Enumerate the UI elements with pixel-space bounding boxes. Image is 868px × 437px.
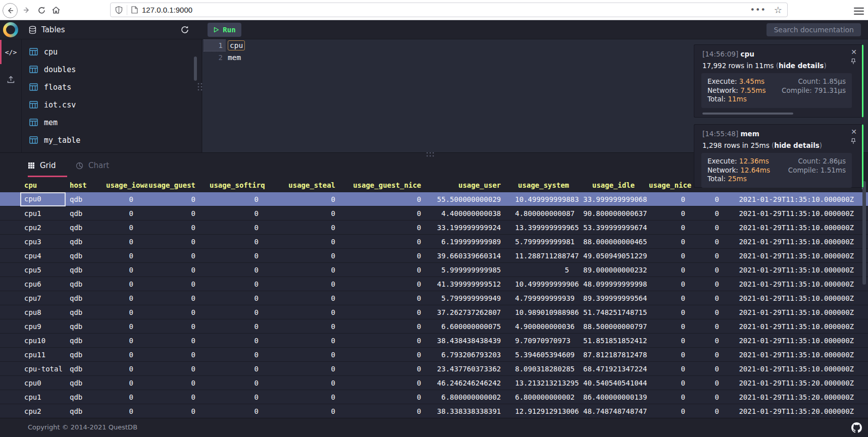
cell[interactable]: 13.213213213295: [515, 379, 583, 387]
cell[interactable]: 8.090318280285: [515, 365, 583, 373]
grid-scrollbar[interactable]: [862, 181, 866, 285]
cell[interactable]: 0: [106, 322, 147, 331]
cell[interactable]: 0: [210, 238, 273, 246]
cell[interactable]: qdb: [66, 365, 106, 373]
page-actions-icon[interactable]: •••: [750, 5, 766, 15]
cell[interactable]: 0: [147, 195, 210, 203]
cell[interactable]: 0: [649, 337, 699, 345]
table-row[interactable]: cpu1qdb000004.4000000000384.800000000087…: [0, 206, 868, 221]
cell[interactable]: 6.793206793203: [435, 351, 515, 359]
table-row[interactable]: cpu6qdb0000041.39999999951210.4999999999…: [0, 277, 868, 291]
table-row[interactable]: cpu0qdb0000055.50000000002910.4999999998…: [0, 192, 868, 206]
cell[interactable]: 0: [147, 209, 210, 217]
shield-icon[interactable]: [115, 6, 123, 14]
column-header-usage_system[interactable]: usage_system: [515, 181, 583, 189]
cell[interactable]: 0: [210, 266, 273, 274]
cell[interactable]: 0: [147, 407, 210, 415]
bookmark-star-icon[interactable]: ☆: [774, 5, 782, 15]
cell[interactable]: 6.199999999989: [435, 238, 515, 246]
cell[interactable]: 0: [349, 266, 435, 274]
cell[interactable]: 0: [699, 365, 733, 373]
cell[interactable]: 89.399999999564: [583, 294, 649, 302]
cell[interactable]: 0: [649, 407, 699, 415]
cell[interactable]: 0: [699, 280, 733, 288]
cell[interactable]: 5.394605394609: [515, 351, 583, 359]
cell[interactable]: cpu-total: [20, 365, 66, 373]
cell[interactable]: 2021-01-29T11:35:10.000000Z: [733, 337, 868, 345]
cell[interactable]: 0: [699, 266, 733, 274]
cell[interactable]: cpu3: [20, 238, 66, 246]
cell[interactable]: 68.471921347224: [583, 365, 649, 373]
column-header-usage_user[interactable]: usage_user: [435, 181, 515, 189]
table-row[interactable]: cpu5qdb000005.999999999985589.0000000002…: [0, 263, 868, 277]
cell[interactable]: 87.812187812478: [583, 351, 649, 359]
cell[interactable]: 0: [349, 280, 435, 288]
cell[interactable]: qdb: [66, 252, 106, 260]
cell[interactable]: 4.800000000087: [515, 209, 583, 217]
cell[interactable]: cpu2: [20, 407, 66, 415]
cell[interactable]: 0: [106, 393, 147, 401]
close-icon[interactable]: ✕: [851, 128, 857, 136]
cell[interactable]: 0: [273, 393, 349, 401]
cell[interactable]: 2021-01-29T11:35:10.000000Z: [733, 252, 868, 260]
cell[interactable]: 0: [349, 238, 435, 246]
cell[interactable]: 9.70970970973: [515, 337, 583, 345]
cell[interactable]: qdb: [66, 238, 106, 246]
cell[interactable]: 0: [106, 337, 147, 345]
cell[interactable]: cpu0: [20, 192, 66, 206]
cell[interactable]: cpu0: [20, 379, 66, 387]
table-row[interactable]: cpu-totalqdb0000023.4377603733628.090318…: [0, 362, 868, 376]
column-header-usage_steal[interactable]: usage_steal: [273, 181, 349, 189]
cell[interactable]: 2021-01-29T11:35:10.000000Z: [733, 280, 868, 288]
browser-home-icon[interactable]: [50, 0, 62, 20]
tab-grid[interactable]: Grid: [28, 158, 56, 173]
cell[interactable]: 0: [106, 238, 147, 246]
cell[interactable]: cpu1: [20, 393, 66, 401]
cell[interactable]: 13.399999999965: [515, 224, 583, 232]
cell[interactable]: 0: [649, 393, 699, 401]
cell[interactable]: 0: [210, 351, 273, 359]
cell[interactable]: 0: [147, 365, 210, 373]
cell[interactable]: 0: [699, 252, 733, 260]
cell[interactable]: 0: [273, 351, 349, 359]
cell[interactable]: 0: [147, 337, 210, 345]
browser-reload-icon[interactable]: [35, 0, 47, 20]
cell[interactable]: qdb: [66, 266, 106, 274]
cell[interactable]: 2021-01-29T11:35:20.000000Z: [733, 407, 868, 415]
cell[interactable]: 4.400000000038: [435, 209, 515, 217]
cell[interactable]: 0: [273, 379, 349, 387]
cell[interactable]: 0: [273, 280, 349, 288]
cell[interactable]: 0: [147, 266, 210, 274]
close-icon[interactable]: ✕: [851, 48, 857, 56]
cell[interactable]: cpu6: [20, 280, 66, 288]
cell[interactable]: 0: [273, 337, 349, 345]
cell[interactable]: 2021-01-29T11:35:10.000000Z: [733, 266, 868, 274]
cell[interactable]: 5: [515, 266, 583, 274]
cell[interactable]: qdb: [66, 280, 106, 288]
table-row[interactable]: cpu8qdb0000037.26273726280710.9890109889…: [0, 305, 868, 319]
cell[interactable]: 0: [106, 266, 147, 274]
pin-icon[interactable]: [850, 58, 856, 65]
cell[interactable]: cpu5: [20, 266, 66, 274]
cell[interactable]: 0: [210, 379, 273, 387]
cell[interactable]: 0: [210, 294, 273, 302]
cell[interactable]: 49.050949051229: [583, 252, 649, 260]
cell[interactable]: 0: [699, 337, 733, 345]
cell[interactable]: 2021-01-29T11:35:10.000000Z: [733, 195, 868, 203]
cell[interactable]: 0: [106, 209, 147, 217]
cell[interactable]: 0: [147, 238, 210, 246]
cell[interactable]: 0: [699, 294, 733, 302]
cell[interactable]: qdb: [66, 351, 106, 359]
cell[interactable]: 6.800000000002: [515, 393, 583, 401]
table-row[interactable]: cpu4qdb0000039.66033966031411.2887112887…: [0, 249, 868, 263]
sidebar-table-item-doubles[interactable]: doubles: [22, 61, 201, 78]
cell[interactable]: 90.800000000637: [583, 209, 649, 217]
cell[interactable]: 0: [649, 308, 699, 316]
cell[interactable]: 0: [147, 393, 210, 401]
cell[interactable]: 55.500000000029: [435, 195, 515, 203]
pin-icon[interactable]: [850, 138, 856, 144]
cell[interactable]: 2021-01-29T11:35:10.000000Z: [733, 322, 868, 331]
cell[interactable]: 2021-01-29T11:35:10.000000Z: [733, 351, 868, 359]
cell[interactable]: 89.000000000232: [583, 266, 649, 274]
cell[interactable]: 12.912912913006: [515, 407, 583, 415]
